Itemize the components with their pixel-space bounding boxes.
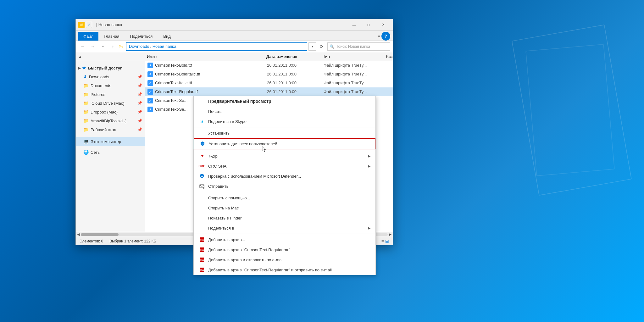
dropbox-folder-icon: 📁 xyxy=(83,109,89,114)
context-menu: Предварительный просмотр Печать S Подели… xyxy=(193,96,376,275)
ctx-item-add-archive[interactable]: RAR Добавить в архив... xyxy=(194,235,375,245)
title-separator: | xyxy=(96,22,97,27)
tab-file[interactable]: Файл xyxy=(78,32,98,41)
preview-icon xyxy=(199,98,205,104)
table-row[interactable]: A CrimsonText-BoldItalic.ttf 26.01.2011 … xyxy=(145,70,393,79)
file-name-0: CrimsonText-Bold.ttf xyxy=(155,63,192,68)
chevron-down-icon[interactable]: ▾ xyxy=(378,34,380,39)
detail-view-icon[interactable]: ⊞ xyxy=(385,239,389,244)
address-path[interactable]: Downloads › Новая папка xyxy=(126,42,307,51)
defender-icon: W xyxy=(199,173,205,179)
computer-icon: 💻 xyxy=(83,139,89,144)
network-icon: 🌐 xyxy=(83,150,89,155)
ctx-item-add-rar-email[interactable]: RAR Добавить в архив "CrimsonText-Regula… xyxy=(194,265,375,275)
sidebar-item-computer[interactable]: 💻 Этот компьютер xyxy=(76,137,145,146)
ctx-item-share-in[interactable]: Поделиться в ▶ xyxy=(194,223,375,233)
file-type-2: Файл шрифта TrueTy... xyxy=(324,80,386,85)
sidebar-item-dropbox[interactable]: 📁 Dropbox (Mac) 📌 xyxy=(76,108,145,116)
expand-icon: ▶ xyxy=(78,66,81,70)
add-rar-email-icon: RAR xyxy=(199,267,205,273)
ctx-item-add-rar[interactable]: RAR Добавить в архив "CrimsonText-Regula… xyxy=(194,245,375,255)
ctx-item-preview[interactable]: Предварительный просмотр xyxy=(194,96,375,106)
desktop-label: Рабочий стол xyxy=(91,127,136,132)
ctx-item-open-with[interactable]: Открыть с помощью... xyxy=(194,193,375,203)
collapse-icon[interactable]: ▲ xyxy=(78,54,82,59)
file-name-2: CrimsonText-Italic.ttf xyxy=(155,80,192,85)
selected-info: Выбран 1 элемент: 122 КБ xyxy=(109,239,156,243)
sidebar-item-desktop[interactable]: 📁 Рабочий стол 📌 xyxy=(76,125,145,134)
address-dropdown-button[interactable]: ▾ xyxy=(308,42,316,51)
submenu-arrow-share: ▶ xyxy=(368,226,370,230)
pin-icon-pictures: 📌 xyxy=(137,92,142,97)
help-button[interactable]: ? xyxy=(381,32,390,41)
ctx-separator-4 xyxy=(194,234,375,234)
ctx-show-finder-label: Показать в Finder xyxy=(208,216,370,220)
refresh-button[interactable]: ⟳ xyxy=(317,42,326,51)
close-button[interactable]: ✕ xyxy=(376,19,390,31)
show-finder-icon xyxy=(199,215,205,221)
sidebar-item-downloads[interactable]: ⬇ Downloads 📌 xyxy=(76,72,145,81)
scroll-left-icon[interactable]: ◀ xyxy=(77,232,80,236)
tab-home[interactable]: Главная xyxy=(98,32,125,41)
amazfit-label: AmazfitBipTools-1.(… xyxy=(91,119,136,123)
font-file-icon: A xyxy=(147,71,153,77)
ctx-item-add-email[interactable]: RAR Добавить в архив и отправить по e-ma… xyxy=(194,255,375,265)
address-separator: › xyxy=(150,44,151,49)
ctx-print-label: Печать xyxy=(208,109,370,114)
col-name-label: Имя xyxy=(147,54,155,59)
quick-access-section: ▶ ★ Быстрый доступ ⬇ Downloads 📌 📁 Docum… xyxy=(76,62,145,135)
install-icon xyxy=(199,130,205,136)
ctx-item-7zip[interactable]: 7z 7-Zip ▶ xyxy=(194,151,375,161)
scroll-right-icon[interactable]: ▶ xyxy=(389,232,391,236)
col-header-date[interactable]: Дата изменения xyxy=(266,54,323,59)
ctx-item-defender[interactable]: W Проверка с использованием Microsoft De… xyxy=(194,171,375,181)
tab-view[interactable]: Вид xyxy=(158,32,176,41)
table-row[interactable]: A CrimsonText-Regular.ttf 26.01.2011 0:0… xyxy=(145,87,393,96)
svg-text:RAR: RAR xyxy=(200,248,204,251)
dropdown-recent-button[interactable]: ▾ xyxy=(98,42,107,51)
sidebar-item-documents[interactable]: 📁 Documents 📌 xyxy=(76,81,145,90)
search-box[interactable]: 🔍 Поиск: Новая папка xyxy=(327,42,390,51)
add-rar-icon: RAR xyxy=(199,247,205,253)
add-archive-icon: RAR xyxy=(199,236,205,243)
ctx-item-crcsha[interactable]: CRC CRC SHA ▶ xyxy=(194,161,375,171)
sidebar-item-pictures[interactable]: 📁 Pictures 📌 xyxy=(76,90,145,99)
table-row[interactable]: A CrimsonText-Italic.ttf 26.01.2011 0:00… xyxy=(145,79,393,87)
ctx-item-print[interactable]: Печать xyxy=(194,106,375,116)
ctx-item-skype[interactable]: S Поделиться в Skype xyxy=(194,116,375,126)
pin-icon-downloads: 📌 xyxy=(137,75,142,79)
ctx-item-install[interactable]: Установить xyxy=(194,128,375,138)
title-bar: 📁 ✓ | Новая папка — □ ✕ xyxy=(76,19,393,31)
ribbon-tabs: Файл Главная Поделиться Вид ▾ ? xyxy=(76,31,393,41)
col-header-type[interactable]: Тип xyxy=(323,54,386,59)
ctx-add-email-label: Добавить в архив и отправить по e-mail..… xyxy=(208,258,370,262)
quick-access-header[interactable]: ▶ ★ Быстрый доступ xyxy=(76,64,145,72)
sidebar-item-amazfit[interactable]: 📁 AmazfitBipTools-1.(… 📌 xyxy=(76,116,145,125)
ctx-item-install-all[interactable]: Установить для всех пользователей xyxy=(194,138,375,149)
ctx-item-show-finder[interactable]: Показать в Finder xyxy=(194,213,375,223)
file-name-3: CrimsonText-Regular.ttf xyxy=(155,89,198,94)
font-file-icon: A xyxy=(147,98,153,103)
back-button[interactable]: ← xyxy=(78,42,87,51)
tab-share[interactable]: Поделиться xyxy=(125,32,158,41)
ctx-share-in-label: Поделиться в xyxy=(208,226,365,230)
address-downloads: Downloads xyxy=(129,44,149,49)
ctx-defender-label: Проверка с использованием Microsoft Defe… xyxy=(208,174,370,179)
ctx-open-with-label: Открыть с помощью... xyxy=(208,196,370,200)
table-row[interactable]: A CrimsonText-Bold.ttf 26.01.2011 0:00 Ф… xyxy=(145,61,393,70)
list-view-icon[interactable]: ≡ xyxy=(381,239,384,244)
sidebar-item-icloud[interactable]: 📁 iCloud Drive (Mac) 📌 xyxy=(76,99,145,108)
svg-text:RAR: RAR xyxy=(200,238,204,241)
file-date-3: 26.01.2011 0:00 xyxy=(267,89,324,94)
col-header-size[interactable]: Разм xyxy=(386,54,393,59)
pin-icon-dropbox: 📌 xyxy=(137,110,142,114)
sidebar-item-network[interactable]: 🌐 Сеть xyxy=(76,148,145,157)
minimize-button[interactable]: — xyxy=(347,19,361,31)
forward-button[interactable]: → xyxy=(88,42,97,51)
up-button[interactable]: ↑ xyxy=(108,42,117,51)
maximize-button[interactable]: □ xyxy=(361,19,376,31)
ctx-item-open-mac[interactable]: Открыть на Mac xyxy=(194,203,375,213)
col-header-name[interactable]: Имя ↑ xyxy=(147,54,266,59)
file-name-1: CrimsonText-BoldItalic.ttf xyxy=(155,72,200,76)
ctx-item-send[interactable]: Отправить xyxy=(194,181,375,191)
